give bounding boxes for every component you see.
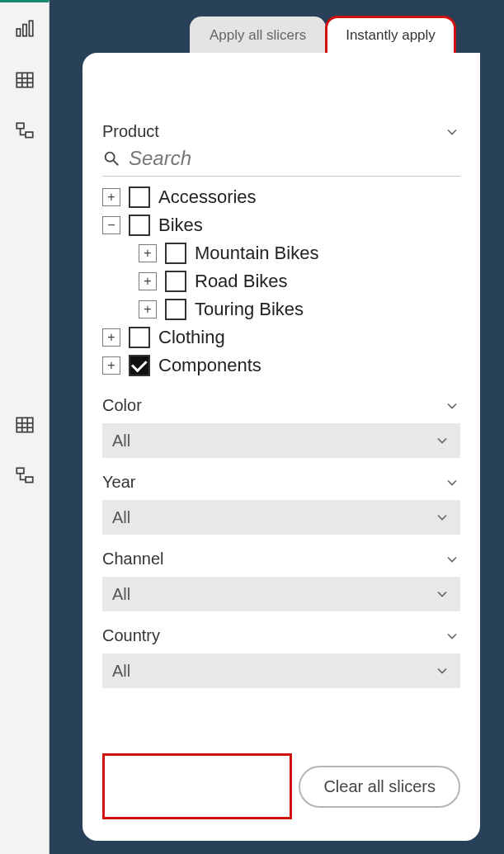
slicer-dropdown[interactable]: All — [102, 423, 460, 458]
tree-item-label: Accessories — [158, 186, 257, 208]
slicer-panel: Product +Accessories−Bikes+Mountain Bike… — [82, 53, 480, 841]
slicer-title: Color — [102, 396, 142, 415]
slicer-header-product[interactable]: Product — [102, 119, 460, 144]
slicer-title: Product — [102, 122, 159, 141]
model-view-icon[interactable] — [5, 111, 45, 151]
tree-item-label: Road Bikes — [195, 271, 288, 292]
tree-row[interactable]: −Bikes — [102, 211, 460, 239]
svg-rect-16 — [26, 477, 33, 483]
svg-line-18 — [114, 161, 119, 166]
slicer-product: Product +Accessories−Bikes+Mountain Bike… — [102, 119, 460, 388]
chevron-down-icon — [434, 509, 450, 526]
expand-icon[interactable]: + — [102, 356, 120, 375]
tree-row[interactable]: +Accessories — [102, 183, 460, 211]
tree-row[interactable]: +Touring Bikes — [102, 295, 460, 323]
svg-point-17 — [106, 153, 115, 162]
slicer-title: Country — [102, 626, 160, 645]
checkbox[interactable] — [129, 355, 150, 376]
left-nav-rail — [0, 0, 49, 854]
dropdown-value: All — [112, 432, 130, 451]
tree-item-label: Clothing — [158, 327, 225, 348]
search-icon — [102, 149, 120, 167]
slicer-color: ColorAll — [102, 393, 460, 458]
svg-rect-10 — [16, 418, 33, 432]
svg-rect-1 — [22, 25, 26, 36]
dropdown-value: All — [112, 508, 130, 527]
chevron-down-icon — [444, 628, 460, 644]
slicer-search-row — [102, 144, 460, 177]
slicer-header[interactable]: Country — [102, 623, 460, 649]
dropdown-value: All — [112, 662, 130, 681]
tree-row[interactable]: +Road Bikes — [102, 267, 460, 295]
chevron-down-icon — [444, 474, 460, 491]
tree-item-label: Mountain Bikes — [195, 243, 318, 264]
svg-rect-15 — [16, 468, 24, 474]
slicer-dropdown[interactable]: All — [102, 500, 460, 535]
tree-item-label: Touring Bikes — [195, 299, 304, 320]
slicer-dropdown[interactable]: All — [102, 653, 460, 688]
tab-label: Instantly apply — [346, 27, 436, 44]
expand-icon[interactable]: + — [139, 272, 157, 290]
expand-icon[interactable]: + — [139, 300, 157, 318]
checkbox[interactable] — [129, 215, 150, 236]
chevron-down-icon — [444, 551, 460, 568]
tree-row[interactable]: +Clothing — [102, 323, 460, 352]
tab-strip: Apply all slicers Instantly apply — [190, 17, 455, 54]
chevron-down-icon — [434, 663, 450, 679]
chevron-down-icon — [444, 398, 460, 414]
table-view-icon[interactable] — [5, 60, 45, 100]
highlight-annotation — [102, 753, 292, 819]
slicer-header[interactable]: Color — [102, 393, 460, 418]
slicer-dropdown[interactable]: All — [102, 577, 460, 611]
tab-instantly-apply[interactable]: Instantly apply — [326, 17, 455, 54]
checkbox[interactable] — [165, 243, 186, 264]
table-view-icon[interactable] — [5, 405, 45, 445]
slicer-header[interactable]: Year — [102, 469, 460, 495]
clear-all-slicers-button[interactable]: Clear all slicers — [299, 766, 460, 808]
slicer-title: Year — [102, 473, 135, 492]
search-input[interactable] — [127, 146, 460, 171]
expand-icon[interactable]: + — [102, 188, 120, 206]
model-view-icon[interactable] — [5, 456, 45, 496]
checkbox[interactable] — [129, 327, 150, 348]
slicer-year: YearAll — [102, 469, 460, 535]
tree-row[interactable]: +Mountain Bikes — [102, 239, 460, 267]
tab-label: Apply all slicers — [210, 27, 306, 44]
product-tree: +Accessories−Bikes+Mountain Bikes+Road B… — [102, 182, 460, 388]
tree-item-label: Components — [158, 355, 261, 376]
svg-rect-0 — [16, 29, 20, 36]
svg-rect-9 — [26, 132, 33, 138]
chevron-down-icon — [434, 432, 450, 449]
expand-icon[interactable]: + — [139, 244, 157, 262]
slicer-header[interactable]: Channel — [102, 546, 460, 572]
expand-icon[interactable]: + — [102, 328, 120, 347]
chevron-down-icon — [434, 586, 450, 602]
slicer-channel: ChannelAll — [102, 546, 460, 611]
tree-row[interactable]: +Components — [102, 352, 460, 380]
svg-rect-2 — [29, 21, 32, 35]
slicer-country: CountryAll — [102, 623, 460, 688]
checkbox[interactable] — [129, 186, 150, 208]
svg-rect-3 — [16, 73, 33, 87]
tree-item-label: Bikes — [158, 215, 203, 236]
svg-rect-8 — [16, 123, 24, 129]
tab-apply-all-slicers[interactable]: Apply all slicers — [190, 17, 326, 54]
checkbox[interactable] — [165, 299, 186, 320]
report-view-icon[interactable] — [5, 9, 45, 49]
chevron-down-icon — [444, 124, 460, 140]
panel-footer: Clear all slicers — [102, 753, 460, 819]
slicer-title: Channel — [102, 550, 164, 569]
collapse-icon[interactable]: − — [102, 216, 120, 234]
dropdown-value: All — [112, 585, 130, 604]
checkbox[interactable] — [165, 271, 186, 292]
